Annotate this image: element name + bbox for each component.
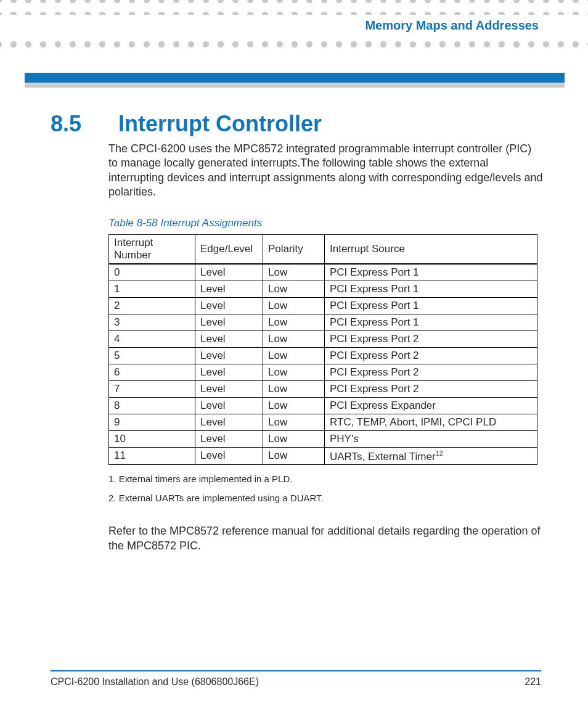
table-cell-num: 4 [109,330,195,347]
src-text: PCI Express Port 2 [330,350,419,361]
chapter-title: Memory Maps and Addresses [365,18,539,33]
footer-row: CPCI-6200 Installation and Use (6806800J… [51,676,541,688]
table-cell-edge: Level [195,330,263,347]
table-cell-edge: Level [195,264,263,281]
src-text: RTC, TEMP, Abort, IPMI, CPCI PLD [330,416,496,428]
table-cell-src: PCI Express Port 1 [325,314,537,330]
col-header-interrupt-number: Interrupt Number [109,234,195,264]
interrupt-assignments-table: Interrupt Number Edge/Level Polarity Int… [108,234,537,466]
section-number: 8.5 [51,111,94,137]
table-caption: Table 8-58 Interrupt Assignments [108,217,544,229]
section-heading: 8.5 Interrupt Controller [51,111,544,137]
src-text: UARTs, External Timer [330,450,436,462]
table-cell-edge: Level [195,364,263,380]
table-cell-pol: Low [263,414,325,430]
footer-doc-title: CPCI-6200 Installation and Use (6806800J… [51,676,259,688]
page: Memory Maps and Addresses 8.5 Interrupt … [0,0,588,706]
table-cell-edge: Level [195,430,263,447]
table-row: 4LevelLowPCI Express Port 2 [109,330,537,347]
table-cell-src: RTC, TEMP, Abort, IPMI, CPCI PLD [325,414,537,430]
chapter-title-bar: Memory Maps and Addresses [0,15,588,36]
table-row: 11LevelLowUARTs, External Timer12 [109,447,537,465]
table-cell-num: 0 [109,264,195,281]
page-footer: CPCI-6200 Installation and Use (6806800J… [51,670,541,688]
table-cell-pol: Low [263,447,325,465]
table-cell-src: PCI Express Expander [325,397,537,414]
table-cell-num: 2 [109,297,195,314]
table-cell-edge: Level [195,414,263,430]
table-cell-src: PHY's [325,430,537,447]
col-header-edge-level: Edge/Level [195,234,263,264]
table-row: 5LevelLowPCI Express Port 2 [109,347,537,364]
src-text: PCI Express Port 2 [330,383,419,395]
table-cell-pol: Low [263,281,325,297]
table-cell-pol: Low [263,264,325,281]
table-cell-edge: Level [195,281,263,297]
table-cell-num: 3 [109,314,195,330]
table-cell-src: PCI Express Port 1 [325,281,537,297]
table-row: 6LevelLowPCI Express Port 2 [109,364,537,380]
footnotes: 1. External timers are implemented in a … [108,474,544,503]
table-header-row: Interrupt Number Edge/Level Polarity Int… [109,234,537,264]
content-area: 8.5 Interrupt Controller The CPCI-6200 u… [51,111,544,553]
table-cell-src: PCI Express Port 1 [325,264,537,281]
table-cell-src: PCI Express Port 1 [325,297,537,314]
src-text: PHY's [330,433,359,445]
table-row: 0LevelLowPCI Express Port 1 [109,264,537,281]
table-cell-src: PCI Express Port 2 [325,364,537,380]
table-row: 2LevelLowPCI Express Port 1 [109,297,537,314]
footer-rule [51,670,541,671]
src-text: PCI Express Port 1 [330,266,419,278]
section-title: Interrupt Controller [118,111,322,137]
src-text: PCI Express Port 1 [330,316,419,328]
table-cell-num: 11 [109,447,195,465]
footnote-2: 2. External UARTs are implemented using … [108,493,544,503]
table-cell-num: 8 [109,397,195,414]
intro-paragraph: The CPCI-6200 uses the MPC8572 integrate… [108,142,544,200]
table-row: 1LevelLowPCI Express Port 1 [109,281,537,297]
table-cell-src: PCI Express Port 2 [325,380,537,397]
table-cell-num: 9 [109,414,195,430]
table-cell-pol: Low [263,330,325,347]
src-text: PCI Express Port 2 [330,366,419,378]
src-text: PCI Express Port 1 [330,300,419,311]
table-cell-edge: Level [195,347,263,364]
table-cell-edge: Level [195,397,263,414]
header-grey-underbar [25,83,565,88]
footnote-ref: 12 [436,449,443,457]
table-cell-num: 10 [109,430,195,447]
table-row: 9LevelLowRTC, TEMP, Abort, IPMI, CPCI PL… [109,414,537,430]
src-text: PCI Express Port 1 [330,283,419,295]
col-header-interrupt-source: Interrupt Source [325,234,537,264]
table-cell-edge: Level [195,380,263,397]
table-cell-num: 1 [109,281,195,297]
table-cell-pol: Low [263,314,325,330]
table-row: 3LevelLowPCI Express Port 1 [109,314,537,330]
src-text: PCI Express Port 2 [330,333,419,345]
table-cell-pol: Low [263,347,325,364]
table-cell-src: UARTs, External Timer12 [325,447,537,465]
table-cell-pol: Low [263,364,325,380]
table-cell-pol: Low [263,297,325,314]
table-cell-num: 6 [109,364,195,380]
footer-page-number: 221 [525,676,541,688]
table-cell-src: PCI Express Port 2 [325,347,537,364]
table-cell-edge: Level [195,314,263,330]
closing-paragraph: Refer to the MPC8572 reference manual fo… [108,524,544,553]
src-text: PCI Express Expander [330,400,436,411]
table-cell-num: 7 [109,380,195,397]
table-cell-pol: Low [263,397,325,414]
table-row: 7LevelLowPCI Express Port 2 [109,380,537,397]
col-header-polarity: Polarity [263,234,325,264]
table-cell-edge: Level [195,447,263,465]
table-cell-src: PCI Express Port 2 [325,330,537,347]
table-row: 8LevelLowPCI Express Expander [109,397,537,414]
table-cell-edge: Level [195,297,263,314]
table-cell-pol: Low [263,380,325,397]
table-row: 10LevelLowPHY's [109,430,537,447]
table-cell-pol: Low [263,430,325,447]
header-blue-rule [25,73,565,83]
footnote-1: 1. External timers are implemented in a … [108,474,544,484]
table-cell-num: 5 [109,347,195,364]
